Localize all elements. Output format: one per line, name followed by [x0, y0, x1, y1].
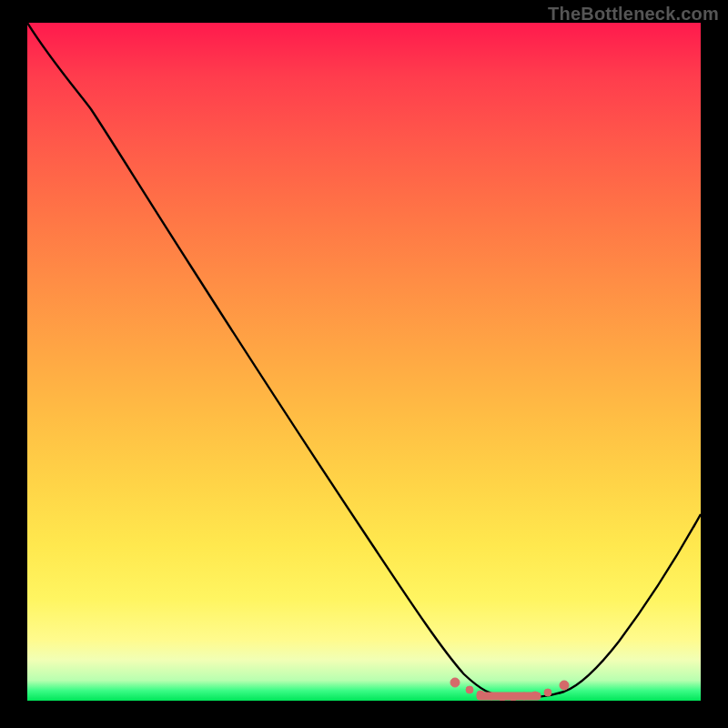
svg-point-0 [450, 678, 460, 687]
watermark-text: TheBottleneck.com [548, 4, 719, 25]
svg-point-9 [560, 681, 569, 690]
chart-frame: TheBottleneck.com [0, 0, 728, 728]
svg-rect-10 [477, 693, 541, 700]
optimal-band-markers [450, 678, 569, 701]
bottleneck-curve-path [27, 23, 701, 697]
svg-point-1 [466, 686, 473, 693]
plot-area [27, 23, 701, 701]
svg-point-8 [544, 689, 551, 696]
curve-layer [27, 23, 701, 701]
